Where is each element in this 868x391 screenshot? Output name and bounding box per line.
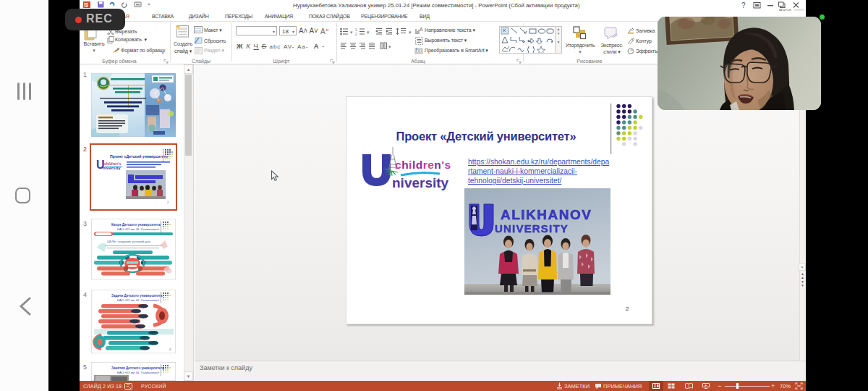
svg-text:НАО «КУ им. Ш. Уалиханова»: НАО «КУ им. Ш. Уалиханова»	[117, 227, 160, 231]
svg-text:ЦЕЛЬ: создание условий для: ЦЕЛЬ: создание условий для	[107, 240, 150, 243]
svg-text:Занятия Детского университета: Занятия Детского университета	[111, 366, 164, 370]
svg-text:Задачи Детского университета: Задачи Детского университета	[111, 294, 163, 298]
svg-text:▾: ▾	[388, 44, 391, 49]
svg-text:НАО «КУ им. Ш. Уалиханова»: НАО «КУ им. Ш. Уалиханова»	[117, 371, 160, 374]
svg-text:?: ?	[741, 1, 746, 9]
svg-text:▾: ▾	[367, 30, 370, 35]
svg-text:children's: children's	[395, 159, 451, 171]
svg-text:Кворк Детского университета: Кворк Детского университета	[111, 223, 161, 227]
svg-text:niversity: niversity	[392, 175, 449, 190]
svg-text:A: A	[420, 27, 423, 32]
svg-text:A: A	[320, 28, 326, 35]
svg-text:2: 2	[355, 33, 357, 36]
svg-text:НАО «КУ им. Ш. Уалиханова»: НАО «КУ им. Ш. Уалиханова»	[117, 298, 160, 302]
svg-text:▾: ▾	[409, 30, 412, 35]
svg-text:ALIKHANOV: ALIKHANOV	[501, 207, 592, 222]
svg-text:1: 1	[355, 28, 357, 32]
svg-text:Проект «Детский университет»: Проект «Детский университет»	[110, 154, 168, 159]
svg-text:UNIVERSITY: UNIVERSITY	[495, 222, 569, 235]
svg-text:P: P	[85, 3, 88, 7]
svg-text:▾: ▾	[350, 30, 353, 35]
